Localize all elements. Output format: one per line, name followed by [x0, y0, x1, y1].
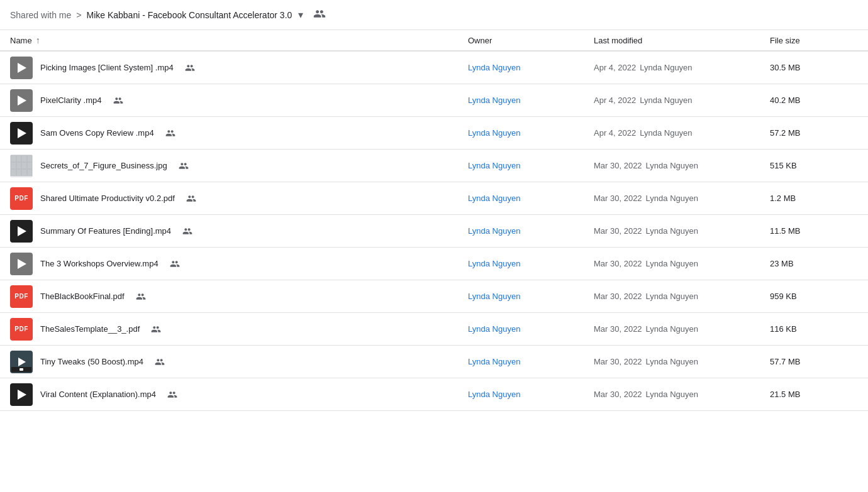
- file-owner: Lynda Nguyen: [468, 292, 594, 301]
- modified-by: Lynda Nguyen: [646, 226, 698, 236]
- file-name-cell: Secrets_of_7_Figure_Business.jpg: [10, 155, 468, 177]
- file-icon: PDF: [10, 187, 33, 210]
- table-row[interactable]: PixelClarity .mp4 Lynda Nguyen Apr 4, 20…: [0, 84, 868, 117]
- file-name: Sam Ovens Copy Review .mp4: [40, 128, 154, 138]
- file-name: Tiny Tweaks (50 Boost).mp4: [40, 357, 143, 366]
- file-name: Shared Ultimate Productivity v0.2.pdf: [40, 194, 175, 203]
- file-name-cell: Tiny Tweaks (50 Boost).mp4: [10, 351, 468, 373]
- file-name: Picking Images [Client System] .mp4: [40, 63, 174, 72]
- file-name-cell: PDF TheSalesTemplate__3_.pdf: [10, 318, 468, 341]
- file-name: TheBlackBookFinal.pdf: [40, 292, 125, 301]
- file-modified: Mar 30, 2022 Lynda Nguyen: [594, 292, 770, 301]
- modified-by: Lynda Nguyen: [646, 390, 698, 399]
- file-icon: [10, 155, 33, 177]
- file-owner: Lynda Nguyen: [468, 226, 594, 236]
- file-name: Secrets_of_7_Figure_Business.jpg: [40, 161, 167, 170]
- file-name-cell: Sam Ovens Copy Review .mp4: [10, 122, 468, 145]
- table-row[interactable]: The 3 Workshops Overview.mp4 Lynda Nguye…: [0, 248, 868, 280]
- file-owner: Lynda Nguyen: [468, 128, 594, 138]
- column-last-modified[interactable]: Last modified: [594, 36, 770, 45]
- shared-people-icon: [313, 8, 326, 22]
- file-icon: [10, 122, 33, 145]
- file-size: 959 KB: [770, 292, 858, 301]
- modified-date: Mar 30, 2022: [594, 324, 642, 334]
- file-name-cell: PDF Shared Ultimate Productivity v0.2.pd…: [10, 187, 468, 210]
- table-row[interactable]: PDF Shared Ultimate Productivity v0.2.pd…: [0, 182, 868, 215]
- file-size: 30.5 MB: [770, 63, 858, 72]
- table-row[interactable]: Tiny Tweaks (50 Boost).mp4 Lynda Nguyen …: [0, 346, 868, 378]
- file-size: 57.2 MB: [770, 128, 858, 138]
- table-row[interactable]: Sam Ovens Copy Review .mp4 Lynda Nguyen …: [0, 117, 868, 150]
- file-icon: [10, 351, 33, 373]
- file-modified: Mar 30, 2022 Lynda Nguyen: [594, 259, 770, 268]
- modified-date: Apr 4, 2022: [594, 128, 636, 138]
- file-name: Summary Of Features [Ending].mp4: [40, 226, 171, 236]
- file-modified: Mar 30, 2022 Lynda Nguyen: [594, 226, 770, 236]
- breadcrumb-parent[interactable]: Shared with me: [10, 10, 71, 20]
- file-size: 40.2 MB: [770, 96, 858, 105]
- file-icon: [10, 89, 33, 112]
- sort-asc-icon: ↑: [36, 35, 40, 45]
- modified-by: Lynda Nguyen: [646, 194, 698, 203]
- modified-by: Lynda Nguyen: [646, 259, 698, 268]
- file-owner: Lynda Nguyen: [468, 357, 594, 366]
- file-owner: Lynda Nguyen: [468, 259, 594, 268]
- modified-by: Lynda Nguyen: [640, 128, 692, 138]
- modified-by: Lynda Nguyen: [640, 63, 692, 72]
- file-owner: Lynda Nguyen: [468, 390, 594, 399]
- file-name: Viral Content (Explanation).mp4: [40, 390, 156, 399]
- file-size: 1.2 MB: [770, 194, 858, 203]
- file-name: PixelClarity .mp4: [40, 96, 102, 105]
- file-icon: [10, 253, 33, 275]
- file-icon: [10, 220, 33, 243]
- table-row[interactable]: PDF TheBlackBookFinal.pdf Lynda Nguyen M…: [0, 280, 868, 313]
- modified-by: Lynda Nguyen: [646, 324, 698, 334]
- file-name: TheSalesTemplate__3_.pdf: [40, 324, 140, 334]
- column-owner[interactable]: Owner: [468, 36, 594, 45]
- modified-date: Mar 30, 2022: [594, 226, 642, 236]
- chevron-down-icon[interactable]: ▾: [298, 9, 303, 21]
- file-size: 21.5 MB: [770, 390, 858, 399]
- table-row[interactable]: Summary Of Features [Ending].mp4 Lynda N…: [0, 215, 868, 248]
- table-row[interactable]: Viral Content (Explanation).mp4 Lynda Ng…: [0, 378, 868, 411]
- column-name[interactable]: Name ↑: [10, 35, 468, 45]
- modified-date: Mar 30, 2022: [594, 161, 642, 170]
- file-icon: [10, 383, 33, 406]
- modified-by: Lynda Nguyen: [646, 161, 698, 170]
- table-row[interactable]: Secrets_of_7_Figure_Business.jpg Lynda N…: [0, 150, 868, 182]
- file-size: 515 KB: [770, 161, 858, 170]
- file-modified: Mar 30, 2022 Lynda Nguyen: [594, 390, 770, 399]
- file-modified: Mar 30, 2022 Lynda Nguyen: [594, 324, 770, 334]
- file-owner: Lynda Nguyen: [468, 63, 594, 72]
- file-modified: Apr 4, 2022 Lynda Nguyen: [594, 128, 770, 138]
- breadcrumb-current: Mike Kabbani - Facebook Consultant Accel…: [86, 10, 292, 20]
- file-modified: Mar 30, 2022 Lynda Nguyen: [594, 357, 770, 366]
- file-size: 116 KB: [770, 324, 858, 334]
- file-table: Name ↑ Owner Last modified File size Pic…: [0, 30, 868, 411]
- file-size: 23 MB: [770, 259, 858, 268]
- file-size: 57.7 MB: [770, 357, 858, 366]
- file-owner: Lynda Nguyen: [468, 161, 594, 170]
- file-icon: [10, 57, 33, 79]
- file-modified: Mar 30, 2022 Lynda Nguyen: [594, 161, 770, 170]
- file-name-cell: PDF TheBlackBookFinal.pdf: [10, 285, 468, 308]
- modified-date: Mar 30, 2022: [594, 292, 642, 301]
- file-name-cell: The 3 Workshops Overview.mp4: [10, 253, 468, 275]
- modified-by: Lynda Nguyen: [640, 96, 692, 105]
- modified-by: Lynda Nguyen: [646, 357, 698, 366]
- breadcrumb-separator: >: [76, 10, 81, 20]
- file-owner: Lynda Nguyen: [468, 324, 594, 334]
- table-row[interactable]: Picking Images [Client System] .mp4 Lynd…: [0, 52, 868, 84]
- breadcrumb-bar: Shared with me > Mike Kabbani - Facebook…: [0, 0, 868, 30]
- file-icon: PDF: [10, 285, 33, 308]
- table-header: Name ↑ Owner Last modified File size: [0, 30, 868, 52]
- modified-date: Mar 30, 2022: [594, 357, 642, 366]
- file-owner: Lynda Nguyen: [468, 194, 594, 203]
- file-name-cell: Summary Of Features [Ending].mp4: [10, 220, 468, 243]
- column-file-size[interactable]: File size: [770, 36, 858, 45]
- file-name-cell: Viral Content (Explanation).mp4: [10, 383, 468, 406]
- file-name: The 3 Workshops Overview.mp4: [40, 259, 159, 268]
- column-name-label: Name: [10, 36, 32, 45]
- table-row[interactable]: PDF TheSalesTemplate__3_.pdf Lynda Nguye…: [0, 313, 868, 346]
- file-size: 11.5 MB: [770, 226, 858, 236]
